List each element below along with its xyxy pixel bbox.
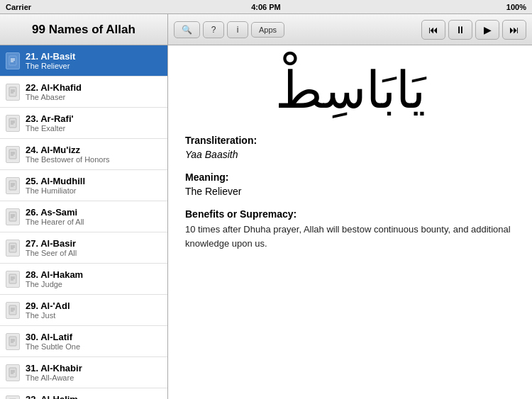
list-item-subtitle: The Subtle One xyxy=(26,342,162,351)
carrier-signal: Carrier xyxy=(6,3,31,11)
list-item[interactable]: 29. Al-'AdlThe Just xyxy=(0,295,167,326)
list-item-icon xyxy=(6,146,20,163)
list-item-icon xyxy=(6,177,20,194)
list-item[interactable]: 32. Al-HalimThe Forebearing xyxy=(0,388,167,399)
status-time: 4:06 PM xyxy=(251,3,281,11)
info-button[interactable]: i xyxy=(227,21,248,38)
list-item[interactable]: 21. Al-BasitThe Reliever xyxy=(0,45,167,77)
list-item-name: 24. Al-Mu'izz xyxy=(26,145,162,155)
list-item-name: 23. Ar-Rafi' xyxy=(26,113,162,124)
list-item-subtitle: The Judge xyxy=(26,280,162,288)
list-item[interactable]: 30. Al-LatifThe Subtle One xyxy=(0,326,167,357)
list-item-subtitle: The Seer of All xyxy=(26,249,162,257)
list-item[interactable]: 26. As-SamiThe Hearer of All xyxy=(0,201,167,232)
list-item-name: 31. Al-Khabir xyxy=(26,363,162,373)
list-item-name: 25. Al-Mudhill xyxy=(26,176,162,186)
list-item-icon xyxy=(6,208,20,225)
list-item-icon xyxy=(6,240,20,257)
content-panel: يَابَاسِطْ Transliteration: Yaa Baasith … xyxy=(168,45,532,399)
list-item-name: 22. Al-Khafid xyxy=(26,82,162,93)
transliteration-label: Transliteration: xyxy=(185,135,515,146)
list-item[interactable]: 23. Ar-Rafi'The Exalter xyxy=(0,108,167,139)
play-button[interactable]: ▶ xyxy=(475,20,499,40)
meaning-label: Meaning: xyxy=(185,172,515,183)
app-title: 99 Names of Allah xyxy=(0,14,168,45)
list-item-icon xyxy=(6,364,20,381)
search-button[interactable]: 🔍 xyxy=(174,21,200,38)
names-list[interactable]: 21. Al-BasitThe Reliever22. Al-KhafidThe… xyxy=(0,45,168,399)
list-item-icon xyxy=(6,115,20,132)
list-item-name: 21. Al-Basit xyxy=(26,51,162,62)
list-item-subtitle: The Reliever xyxy=(26,62,162,70)
list-item-subtitle: The Bestower of Honors xyxy=(26,155,162,164)
help-button[interactable]: ? xyxy=(203,21,224,38)
list-item-name: 30. Al-Latif xyxy=(26,332,162,342)
list-item[interactable]: 27. Al-BasirThe Seer of All xyxy=(0,232,167,264)
list-item-name: 32. Al-Halim xyxy=(26,394,162,399)
arabic-calligraphy: يَابَاسِطْ xyxy=(185,60,515,120)
list-item-icon xyxy=(6,271,20,288)
prev-track-button[interactable]: ⏮ xyxy=(421,20,445,40)
list-item-name: 28. Al-Hakam xyxy=(26,269,162,280)
list-item-name: 26. As-Sami xyxy=(26,207,162,218)
meaning-value: The Reliever xyxy=(185,186,515,197)
toolbar: 99 Names of Allah 🔍 ? i Apps ⏮ ⏸ ▶ ⏭ xyxy=(0,14,532,45)
list-item-icon xyxy=(6,333,20,350)
transliteration-value: Yaa Baasith xyxy=(185,149,515,160)
list-item-subtitle: The All-Aware xyxy=(26,373,162,382)
list-item-subtitle: The Just xyxy=(26,311,162,320)
list-item[interactable]: 31. Al-KhabirThe All-Aware xyxy=(0,357,167,388)
main-layout: 21. Al-BasitThe Reliever22. Al-KhafidThe… xyxy=(0,45,532,399)
list-item-subtitle: The Hearer of All xyxy=(26,218,162,226)
battery-status: 100% xyxy=(506,3,526,11)
next-track-button[interactable]: ⏭ xyxy=(502,20,526,40)
list-item-icon xyxy=(6,302,20,319)
list-item-subtitle: The Abaser xyxy=(26,93,162,101)
list-item-icon xyxy=(6,84,20,101)
playback-controls: ⏮ ⏸ ▶ ⏭ xyxy=(421,20,526,40)
list-item-icon xyxy=(6,52,20,69)
status-bar: Carrier 4:06 PM 100% xyxy=(0,0,532,14)
list-item[interactable]: 22. Al-KhafidThe Abaser xyxy=(0,77,167,108)
list-item-subtitle: The Humiliator xyxy=(26,186,162,195)
list-item-subtitle: The Exalter xyxy=(26,124,162,133)
pause-button[interactable]: ⏸ xyxy=(448,20,472,40)
list-item[interactable]: 28. Al-HakamThe Judge xyxy=(0,264,167,295)
list-item[interactable]: 25. Al-MudhillThe Humiliator xyxy=(0,170,167,201)
list-item-name: 27. Al-Basir xyxy=(26,238,162,249)
list-item-name: 29. Al-'Adl xyxy=(26,300,162,311)
benefits-label: Benefits or Supremacy: xyxy=(185,208,515,220)
toolbar-controls: 🔍 ? i Apps ⏮ ⏸ ▶ ⏭ xyxy=(168,14,532,45)
apps-button[interactable]: Apps xyxy=(251,22,284,38)
benefits-text: 10 times after Dhuha prayer, Allah will … xyxy=(185,223,515,250)
list-item[interactable]: 24. Al-Mu'izzThe Bestower of Honors xyxy=(0,139,167,170)
list-item-icon xyxy=(6,395,20,400)
